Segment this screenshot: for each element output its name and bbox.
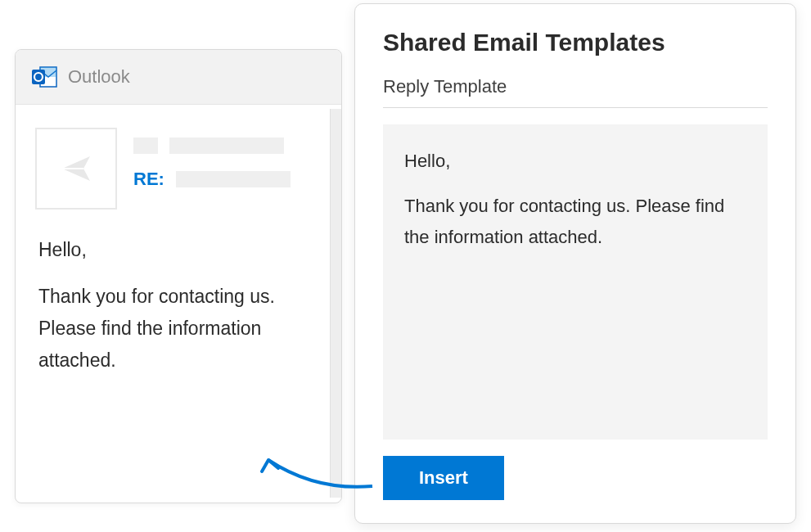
field-label-placeholder (133, 138, 158, 154)
template-greeting: Hello, (404, 146, 746, 176)
template-body[interactable]: Hello, Thank you for contacting us. Plea… (383, 124, 768, 440)
subject-field-row: RE: (133, 169, 322, 190)
subject-value-placeholder[interactable] (176, 171, 291, 187)
send-button[interactable] (35, 128, 117, 210)
outlook-titlebar: Outlook (16, 50, 341, 105)
templates-panel: Shared Email Templates Reply Template He… (354, 3, 796, 524)
email-compose-header: RE: (16, 105, 341, 218)
email-fields: RE: (133, 128, 322, 210)
outlook-app-name: Outlook (68, 66, 130, 88)
template-name[interactable]: Reply Template (383, 76, 768, 108)
panel-title: Shared Email Templates (383, 29, 768, 56)
field-value-placeholder[interactable] (169, 138, 284, 154)
send-icon (59, 151, 93, 186)
email-text: Thank you for contacting us. Please find… (38, 281, 318, 376)
reply-prefix: RE: (133, 169, 164, 190)
email-greeting: Hello, (38, 234, 318, 266)
insert-button[interactable]: Insert (383, 456, 504, 500)
outlook-icon (32, 65, 58, 89)
to-field-row (133, 138, 322, 154)
template-text: Thank you for contacting us. Please find… (404, 191, 746, 252)
outlook-window: Outlook RE: Hello, Thank you for cont (15, 49, 342, 503)
email-body[interactable]: Hello, Thank you for contacting us. Plea… (16, 218, 341, 414)
scrollbar[interactable] (330, 109, 341, 498)
